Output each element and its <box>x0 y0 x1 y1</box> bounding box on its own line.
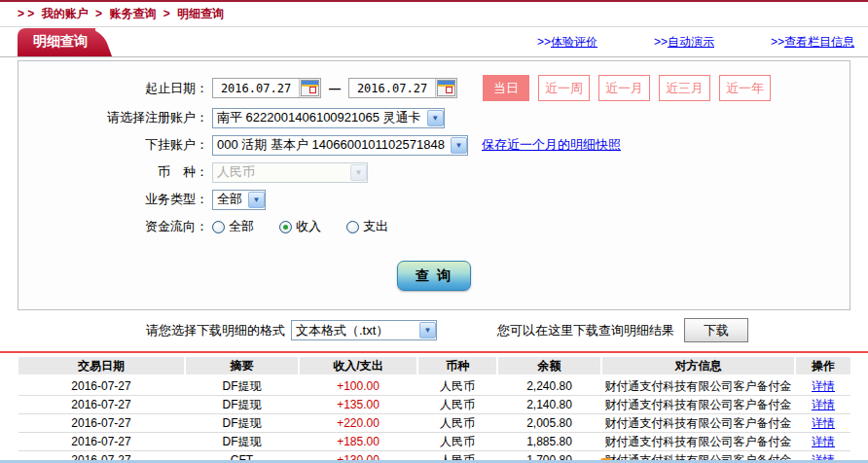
chevron-down-icon: ▼ <box>350 164 367 181</box>
table-divider-line <box>0 351 868 353</box>
flow-radio-income[interactable]: 收入 <box>279 218 321 235</box>
link-arrows: >> <box>537 35 551 49</box>
detail-link[interactable]: 详情 <box>812 398 835 411</box>
quick-range-3months-button[interactable]: 近三月 <box>659 75 710 101</box>
sub-account-label: 下挂账户： <box>18 136 208 154</box>
cell-summary: DF提现 <box>186 378 298 395</box>
cell-date: 2016-07-27 <box>18 435 184 448</box>
save-snapshot-link[interactable]: 保存近一个月的明细快照 <box>482 136 621 154</box>
link-label: 查看栏目信息 <box>784 35 854 49</box>
start-date-calendar-button[interactable] <box>299 79 320 97</box>
detail-link[interactable]: 详情 <box>812 379 835 393</box>
cell-amount: +185.00 <box>300 435 416 448</box>
currency-label: 币 种： <box>18 163 208 181</box>
query-button[interactable]: 查 询 <box>397 261 471 291</box>
sub-account-row: 下挂账户： 000 活期 基本户 1406600101102571848 ▼ 保… <box>18 134 850 156</box>
fund-flow-label: 资金流向： <box>18 218 208 235</box>
link-arrows: >> <box>771 35 784 49</box>
flow-radio-all-label: 全部 <box>229 218 254 235</box>
business-type-row: 业务类型： 全部 ▼ <box>18 189 850 210</box>
download-button[interactable]: 下载 <box>684 318 748 342</box>
col-header-balance: 余额 <box>498 357 600 374</box>
cell-counterparty: 财付通支付科技有限公司客户备付金 <box>602 397 794 413</box>
col-header-summary: 摘要 <box>186 357 298 374</box>
col-header-currency: 币种 <box>418 357 496 374</box>
quick-range-year-button[interactable]: 近一年 <box>719 75 771 101</box>
detail-link[interactable]: 详情 <box>812 435 835 448</box>
calendar-icon <box>437 80 455 96</box>
auto-demo-link[interactable]: >>自动演示 <box>654 34 714 51</box>
cell-currency: 人民币 <box>418 397 496 413</box>
flow-radio-all[interactable]: 全部 <box>212 218 254 235</box>
end-date-input[interactable]: 2016.07.27 <box>348 78 457 98</box>
business-type-select[interactable]: 全部 ▼ <box>212 190 266 210</box>
cell-date: 2016-07-27 <box>18 398 184 411</box>
table-row: 2016-07-27 DF提现 +135.00 人民币 2,140.80 财付通… <box>18 396 850 414</box>
col-header-amount: 收入/支出 <box>300 357 416 374</box>
table-row: 2016-07-27 DF提现 +100.00 人民币 2,240.80 财付通… <box>18 377 850 396</box>
tab-detail-query[interactable]: 明细查询 <box>18 28 95 56</box>
cell-counterparty: 财付通支付科技有限公司客户备付金 <box>602 434 794 450</box>
cell-balance: 2,140.80 <box>498 398 600 411</box>
register-account-select[interactable]: 南平 6222001406100921065 灵通卡 ▼ <box>212 108 445 128</box>
register-account-label: 请选择注册账户： <box>18 109 208 126</box>
download-format-select[interactable]: 文本格式（.txt） ▼ <box>291 320 437 340</box>
quick-range-week-button[interactable]: 近一周 <box>538 75 590 101</box>
chevron-down-icon: ▼ <box>451 137 467 154</box>
col-header-action: 操作 <box>796 357 850 374</box>
cell-balance: 2,005.80 <box>498 416 600 430</box>
table-row: 2016-07-27 DF提现 +185.00 人民币 1,885.80 财付通… <box>18 433 850 451</box>
cell-currency: 人民币 <box>418 378 496 395</box>
currency-select: 人民币 ▼ <box>212 162 368 183</box>
breadcrumb-item-my-account[interactable]: 我的账户 <box>42 7 89 20</box>
cell-counterparty: 财付通支付科技有限公司客户备付金 <box>602 378 794 395</box>
breadcrumb-item-detail-query[interactable]: 明细查询 <box>177 7 224 20</box>
currency-value: 人民币 <box>217 163 255 181</box>
link-label: 体验评价 <box>551 35 597 49</box>
breadcrumb-separator: > <box>95 7 102 20</box>
breadcrumb-separator: > <box>163 7 170 20</box>
col-header-counterparty: 对方信息 <box>602 357 794 374</box>
start-date-input[interactable]: 2016.07.27 <box>212 78 321 98</box>
detail-link[interactable]: 详情 <box>812 416 835 430</box>
calendar-icon <box>301 80 319 96</box>
query-form: 起止日期： 2016.07.27 — 2016.07.27 当日 近一周 近一月… <box>18 60 850 310</box>
experience-rating-link[interactable]: >>体验评价 <box>537 34 597 51</box>
business-type-value: 全部 <box>217 191 242 208</box>
start-date-value: 2016.07.27 <box>213 82 299 95</box>
radio-icon <box>212 221 225 233</box>
breadcrumb-prefix: > > <box>18 7 34 20</box>
quick-range-today-button[interactable]: 当日 <box>483 75 529 101</box>
cell-date: 2016-07-27 <box>18 416 184 430</box>
end-date-value: 2016.07.27 <box>349 82 435 95</box>
cell-balance: 2,240.80 <box>498 379 600 393</box>
radio-checked-icon <box>279 221 292 233</box>
date-range-row: 起止日期： 2016.07.27 — 2016.07.27 当日 近一周 近一月… <box>18 75 850 101</box>
register-account-value: 南平 6222001406100921065 灵通卡 <box>217 109 421 126</box>
download-row: 请您选择下载明细的格式 文本格式（.txt） ▼ 您可以在这里下载查询明细结果 … <box>146 318 868 342</box>
sub-account-select[interactable]: 000 活期 基本户 1406600101102571848 ▼ <box>212 135 468 156</box>
link-arrows: >> <box>654 35 668 49</box>
table-header-row: 交易日期 摘要 收入/支出 币种 余额 对方信息 操作 <box>18 357 850 374</box>
download-format-label: 请您选择下载明细的格式 <box>146 322 285 339</box>
chevron-down-icon: ▼ <box>248 192 265 208</box>
cell-currency: 人民币 <box>418 434 496 450</box>
cell-date: 2016-07-27 <box>18 379 184 393</box>
cell-amount: +135.00 <box>300 398 416 411</box>
cell-summary: DF提现 <box>186 434 298 450</box>
quick-range-buttons: 当日 近一周 近一月 近三月 近一年 <box>483 75 771 101</box>
breadcrumb-item-account-query[interactable]: 账务查询 <box>109 7 156 20</box>
cell-currency: 人民币 <box>418 415 496 432</box>
breadcrumb: > > 我的账户 > 账务查询 > 明细查询 <box>0 2 868 27</box>
date-range-dash: — <box>329 82 341 95</box>
cell-balance: 1,885.80 <box>498 435 600 448</box>
chevron-down-icon: ▼ <box>419 322 436 338</box>
quick-range-month-button[interactable]: 近一月 <box>598 75 650 101</box>
table-row: 2016-07-27 DF提现 +220.00 人民币 2,005.80 财付通… <box>18 414 850 433</box>
date-range-label: 起止日期： <box>18 80 208 97</box>
flow-radio-expense[interactable]: 支出 <box>346 218 388 235</box>
col-header-date: 交易日期 <box>18 357 184 374</box>
end-date-calendar-button[interactable] <box>435 79 456 97</box>
view-column-info-link[interactable]: >>查看栏目信息 <box>771 34 854 51</box>
cell-amount: +220.00 <box>300 416 416 430</box>
